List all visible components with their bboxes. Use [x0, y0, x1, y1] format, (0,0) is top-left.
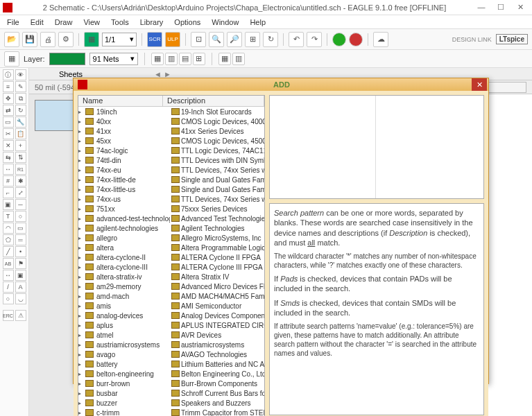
library-row[interactable]: ▸19inch19-Inch Slot Eurocards — [78, 107, 264, 116]
dialog-close-button[interactable]: ✕ — [472, 78, 487, 91]
layer-swatch[interactable] — [49, 53, 85, 65]
gateswap-icon[interactable]: ⇅ — [15, 152, 26, 163]
col-name[interactable]: Name — [78, 96, 163, 106]
library-row[interactable]: ▸belton-engineeringBelton Engineering Co… — [78, 369, 264, 379]
sheet-thumbnail[interactable] — [35, 100, 76, 131]
library-list-rows[interactable]: ▸19inch19-Inch Slot Eurocards▸40xxCMOS L… — [78, 107, 264, 416]
library-row[interactable]: ▸74xx-euTTL Devices, 74xx Series with Eu… — [78, 165, 264, 175]
menu-tools[interactable]: Tools — [107, 17, 133, 28]
cut-icon[interactable]: ✂ — [3, 128, 14, 139]
layer-select[interactable]: 91 Nets▾ — [89, 53, 138, 65]
open-icon[interactable]: 📂 — [4, 32, 19, 47]
circle2-icon[interactable]: ○ — [3, 293, 14, 304]
library-row[interactable]: ▸am29-memoryAdvanced Micro Devices Flash… — [78, 281, 264, 291]
minimize-button[interactable]: — — [472, 2, 490, 13]
close-button[interactable]: ✕ — [511, 2, 529, 13]
split-icon[interactable]: ⤢ — [15, 187, 26, 198]
menu-edit[interactable]: Edit — [26, 17, 48, 28]
library-row[interactable]: ▸74xx-little-deSingle and Dual Gates Fam… — [78, 175, 264, 184]
library-row[interactable]: ▸atmelAVR Devices — [78, 330, 264, 340]
text-icon[interactable]: T — [3, 211, 14, 222]
library-row[interactable]: ▸analog-devicesAnalog Devices Components — [78, 311, 264, 320]
maximize-button[interactable]: ☐ — [492, 2, 510, 13]
zoom-field[interactable]: 1/1▾ — [102, 33, 137, 46]
library-row[interactable]: ▸74ttl-dinTTL Devices with DIN Symbols — [78, 155, 264, 165]
label-icon[interactable]: AB — [3, 258, 14, 269]
library-row[interactable]: ▸74ac-logicTTL Logic Devices, 74AC11xx a… — [78, 146, 264, 155]
zoom-select-icon[interactable]: ⊞ — [245, 32, 260, 47]
info-icon[interactable]: ⓘ — [3, 69, 14, 80]
move-icon[interactable]: ✥ — [3, 93, 14, 104]
library-row[interactable]: ▸amd-machAMD MACH4/MACH5 Family (Vantis) — [78, 291, 264, 301]
arc2-icon[interactable]: ◡ — [15, 293, 26, 304]
errors-icon[interactable]: ⚠ — [15, 310, 26, 321]
poly-icon[interactable]: ⬠ — [3, 234, 14, 245]
rotate-icon[interactable]: ↻ — [15, 105, 26, 116]
library-row[interactable]: ▸altera-cyclone-IIALTERA Cyclone II FPGA — [78, 252, 264, 262]
pinswap-icon[interactable]: ⇆ — [3, 152, 14, 163]
library-row[interactable]: ▸altera-cyclone-IIIALTERA Cyclone III FP… — [78, 262, 264, 272]
cam-icon[interactable]: ⚙ — [58, 32, 74, 47]
line-icon[interactable]: / — [3, 281, 14, 293]
ltspice-label[interactable]: LTspice — [496, 34, 528, 44]
library-row[interactable]: ▸austriamicrosystemsaustriamicrosystems — [78, 340, 264, 349]
library-row[interactable]: ▸busbarSchroff Current Bus Bars for 19-I… — [78, 388, 264, 398]
menu-help[interactable]: Help — [246, 17, 270, 28]
library-row[interactable]: ▸74xx-little-usSingle and Dual Gates Fam… — [78, 184, 264, 194]
view-icon-2[interactable]: ▥ — [165, 53, 178, 65]
library-row[interactable]: ▸45xxCMOS Logic Devices, 4500 Series — [78, 136, 264, 146]
design-link-label[interactable]: DESIGN LINK — [452, 36, 492, 43]
zoom-in-icon[interactable]: 🔍 — [209, 32, 224, 47]
view-icon-1[interactable]: ▦ — [151, 53, 164, 65]
print-icon[interactable]: 🖨 — [40, 32, 55, 47]
add-icon[interactable]: + — [15, 140, 26, 151]
attribute-icon[interactable]: ⚑ — [15, 258, 26, 269]
view-icon-6[interactable]: ▥ — [232, 53, 245, 65]
menu-options[interactable]: Options — [170, 17, 205, 28]
junction-icon[interactable]: • — [15, 246, 26, 257]
library-row[interactable]: ▸c-trimmTrimm Capacitor from STELCO GmbH — [78, 408, 264, 416]
text2-icon[interactable]: A — [15, 281, 26, 293]
module-icon[interactable]: ▣ — [15, 270, 26, 281]
show-icon[interactable]: 👁 — [15, 69, 26, 80]
library-row[interactable]: ▸41xx41xx Series Devices — [78, 126, 264, 136]
stop-icon[interactable] — [349, 33, 363, 46]
ulp-icon[interactable]: ULP — [165, 32, 180, 47]
wire-icon[interactable]: ─ — [15, 199, 26, 210]
go-icon[interactable] — [332, 33, 346, 46]
copy-icon[interactable]: ⧉ — [15, 93, 26, 104]
redo-icon[interactable]: ↷ — [307, 32, 322, 47]
menu-view[interactable]: View — [79, 17, 104, 28]
library-row[interactable]: ▸amisAMI Semiconductor — [78, 301, 264, 311]
invoke-icon[interactable]: ▣ — [3, 199, 14, 210]
grid-icon[interactable]: ▦ — [4, 51, 19, 67]
menu-file[interactable]: File — [3, 17, 24, 28]
view-icon-4[interactable]: ⊞ — [193, 53, 205, 65]
zoom-out-icon[interactable]: 🔎 — [227, 32, 242, 47]
group-icon[interactable]: ▭ — [3, 116, 14, 128]
library-row[interactable]: ▸751xx75xxx Series Devices — [78, 204, 264, 214]
value-icon[interactable]: # — [3, 175, 14, 187]
mirror-icon[interactable]: ⇄ — [3, 105, 14, 116]
library-row[interactable]: ▸40xxCMOS Logic Devices, 4000 Series — [78, 116, 264, 126]
menu-draw[interactable]: Draw — [51, 17, 77, 28]
smash-icon[interactable]: ✱ — [15, 175, 26, 187]
library-row[interactable]: ▸avagoAVAGO Technologies — [78, 349, 264, 359]
menu-window[interactable]: Window — [207, 17, 243, 28]
menu-library[interactable]: Library — [136, 17, 168, 28]
library-row[interactable]: ▸agilent-technologiesAgilent Technologie… — [78, 223, 264, 233]
cloud-icon[interactable]: ☁ — [373, 32, 388, 47]
net-icon[interactable]: ╱ — [3, 246, 14, 257]
erc-icon[interactable]: ERC — [3, 310, 14, 321]
bus-icon[interactable]: ═ — [15, 234, 26, 245]
redraw-icon[interactable]: ↻ — [263, 32, 278, 47]
dimension-icon[interactable]: ↔ — [3, 270, 14, 281]
replace-icon[interactable]: ↔ — [3, 164, 14, 175]
delete-icon[interactable]: ✕ — [3, 140, 14, 151]
undo-icon[interactable]: ↶ — [289, 32, 304, 47]
library-row[interactable]: ▸alteraAltera Programmable Logic Devices — [78, 243, 264, 252]
script-icon[interactable]: SCR — [147, 32, 162, 47]
library-row[interactable]: ▸74xx-usTTL Devices, 74xx Series with US… — [78, 194, 264, 204]
view-icon-5[interactable]: ▦ — [218, 53, 231, 65]
col-desc[interactable]: Description — [163, 96, 264, 106]
